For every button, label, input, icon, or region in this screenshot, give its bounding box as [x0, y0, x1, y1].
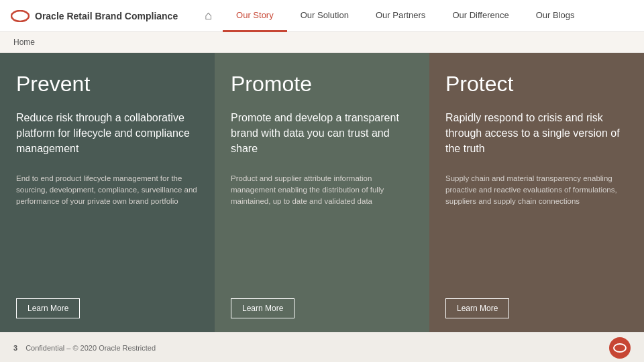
prevent-detail: End to end product lifecycle management … — [16, 173, 199, 288]
promote-heading: Promote — [231, 72, 413, 97]
home-icon[interactable]: ⌂ — [205, 9, 212, 23]
column-protect: Protect Rapidly respond to crisis and ri… — [429, 53, 644, 332]
footer-left: 3 Confidential – © 2020 Oracle Restricte… — [13, 344, 156, 352]
breadcrumb-text: Home — [13, 38, 35, 47]
oracle-logo — [11, 10, 30, 22]
svg-point-1 — [614, 344, 626, 352]
nav-link-our-story[interactable]: Our Story — [223, 0, 287, 32]
main-content: Prevent Reduce risk through a collaborat… — [0, 53, 644, 332]
nav-link-our-difference[interactable]: Our Difference — [439, 0, 522, 32]
footer: 3 Confidential – © 2020 Oracle Restricte… — [0, 333, 644, 362]
footer-oracle-logo — [609, 337, 631, 359]
promote-subheading: Promote and develop a transparent brand … — [231, 110, 413, 157]
nav-link-our-solution[interactable]: Our Solution — [287, 0, 362, 32]
footer-copyright: Confidential – © 2020 Oracle Restricted — [25, 344, 156, 352]
brand-text: Oracle Retail Brand Compliance — [35, 11, 178, 21]
promote-detail: Product and supplier attribute informati… — [231, 173, 413, 288]
protect-subheading: Rapidly respond to crisis and risk throu… — [445, 110, 628, 157]
svg-point-0 — [11, 11, 29, 21]
protect-heading: Protect — [445, 72, 628, 97]
column-promote: Promote Promote and develop a transparen… — [215, 53, 429, 332]
protect-learn-more-button[interactable]: Learn More — [445, 298, 509, 318]
nav-links: Our Story Our Solution Our Partners Our … — [223, 0, 633, 32]
prevent-subheading: Reduce risk through a collaborative plat… — [16, 110, 199, 157]
promote-learn-more-button[interactable]: Learn More — [231, 298, 294, 318]
column-prevent: Prevent Reduce risk through a collaborat… — [0, 53, 215, 332]
nav-link-our-blogs[interactable]: Our Blogs — [523, 0, 588, 32]
prevent-heading: Prevent — [16, 72, 199, 97]
breadcrumb: Home — [0, 32, 644, 53]
protect-detail: Supply chain and material transparency e… — [445, 173, 628, 288]
prevent-learn-more-button[interactable]: Learn More — [16, 298, 80, 318]
navbar: Oracle Retail Brand Compliance ⌂ Our Sto… — [0, 0, 644, 32]
footer-page-number: 3 — [13, 344, 17, 352]
brand: Oracle Retail Brand Compliance — [11, 10, 178, 22]
nav-link-our-partners[interactable]: Our Partners — [362, 0, 439, 32]
